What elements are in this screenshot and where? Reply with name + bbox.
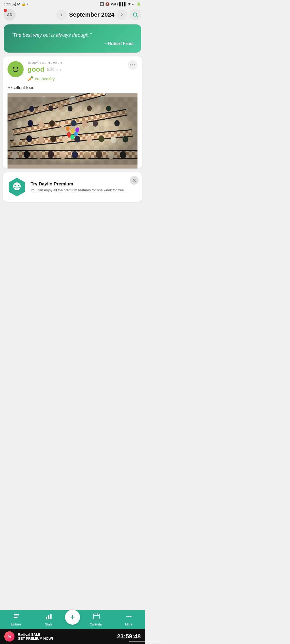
status-security-icon: 🔒 [21,2,26,6]
entry-image[interactable] [8,93,137,169]
premium-card: Try Daylio Premium You can enjoy all the… [3,172,142,202]
svg-point-2 [13,67,15,69]
prev-month-button[interactable] [56,9,67,20]
tag-text: eat healthy [35,76,55,81]
entry-header: TODAY, 5 SEPTEMBER good 5:20 pm 🥕 eat he… [8,61,137,82]
premium-description: You can enjoy all the premium features f… [31,188,137,193]
entry-tag: 🥕 eat healthy [27,76,124,82]
header-title: September 2024 [69,11,114,18]
quote-banner: "The best way out is always through." – … [4,24,141,53]
next-month-button[interactable] [117,9,127,20]
quote-author: – Robert Frost [11,41,134,46]
status-signal-icon: ▌▌▌ [119,2,127,6]
header: AD September 2024 [0,7,145,23]
entry-mood-row: good 5:20 pm [27,65,124,74]
entry-card: TODAY, 5 SEPTEMBER good 5:20 pm 🥕 eat he… [3,56,142,169]
svg-point-72 [15,185,16,186]
premium-title: Try Daylio Premium [31,181,137,187]
status-photo-icon: 🖼 [12,2,16,6]
status-mail-icon: M [17,2,20,6]
avatar-text: AD [7,13,12,17]
entry-image-svg [8,93,137,169]
entry-date: TODAY, 5 SEPTEMBER [27,61,124,64]
entry-mood: good [27,65,45,74]
status-dot: • [27,2,28,6]
premium-close-button[interactable] [130,176,139,185]
status-battery: 31% [128,2,135,6]
notification-dot [4,9,7,12]
status-sim-icon: 🔲 [100,2,104,6]
status-battery-icon: 🔋 [136,2,141,6]
quote-text: "The best way out is always through." [11,32,134,39]
mood-avatar [8,61,24,77]
status-bar: 5:21 🖼 M 🔒 • 🔲 🔇 WiFi ▌▌▌ 31% 🔋 [0,0,145,7]
entry-time: 5:20 pm [47,67,61,72]
avatar-button[interactable]: AD [4,9,16,21]
tag-icon: 🥕 [27,76,33,82]
entry-more-button[interactable]: ••• [128,60,137,70]
premium-text: Try Daylio Premium You can enjoy all the… [31,181,137,193]
status-left: 5:21 🖼 M 🔒 • [4,2,28,6]
search-button[interactable] [129,9,141,21]
status-right: 🔲 🔇 WiFi ▌▌▌ 31% 🔋 [100,2,141,6]
svg-point-73 [18,185,19,186]
status-time: 5:21 [4,2,11,6]
mood-face-icon [10,63,21,75]
entry-info: TODAY, 5 SEPTEMBER good 5:20 pm 🥕 eat he… [27,61,124,82]
premium-icon [8,178,26,196]
svg-point-0 [133,13,137,16]
premium-face-icon [10,180,24,194]
svg-point-3 [17,67,18,69]
header-nav: September 2024 [56,9,141,21]
more-dots-icon: ••• [130,62,136,68]
status-wifi-icon: WiFi [111,2,118,6]
entry-note: Excellent food [8,85,137,90]
svg-rect-70 [8,97,137,165]
status-mute-icon: 🔇 [105,2,110,6]
close-icon [132,178,136,182]
svg-line-1 [136,16,138,17]
